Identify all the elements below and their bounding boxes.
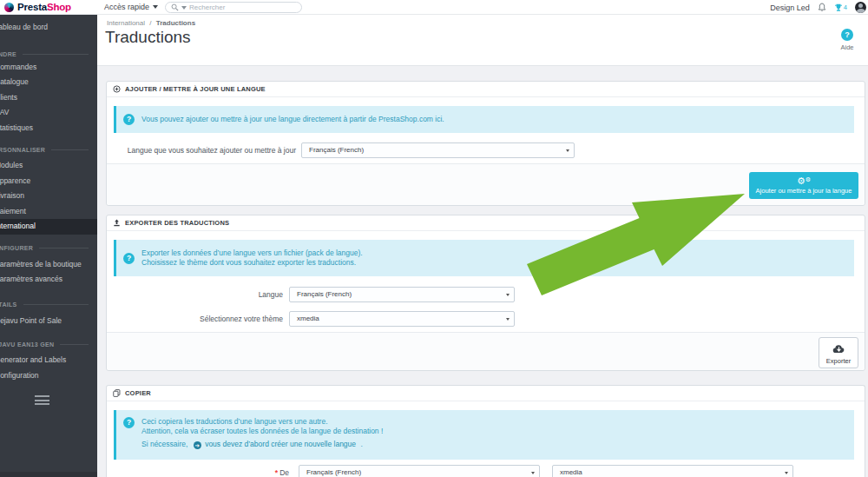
upload-icon	[113, 219, 121, 227]
page-header: International / Traductions Traductions …	[97, 15, 868, 66]
breadcrumb-separator: /	[149, 19, 151, 27]
top-bar: PrestaShop Accès rapide Design Led 4	[0, 0, 868, 15]
section-divider	[39, 248, 89, 248]
panel-export-footer: Exporter	[107, 332, 865, 370]
panel-copy-header: COPIER	[107, 386, 865, 401]
bell-icon	[818, 3, 826, 12]
section-divider	[51, 149, 89, 150]
search-scope-chevron-icon[interactable]	[181, 6, 187, 10]
sidebar-item-paiement[interactable]: Paiement	[0, 204, 97, 220]
sidebar-item-generator-labels[interactable]: Generator and Labels	[0, 353, 97, 368]
prestashop-logo[interactable]: PrestaShop	[4, 2, 71, 12]
gears-icon: ⚙⚙	[749, 174, 858, 187]
copy-info-line3-prefix: Si nécessaire,	[141, 440, 187, 448]
select-caret-icon	[506, 318, 510, 321]
sidebar-item-catalogue[interactable]: Catalogue	[0, 75, 97, 90]
sidebar-item-livraison[interactable]: Livraison	[0, 189, 97, 204]
add-language-label: Langue que vous souhaitez ajouter ou met…	[107, 142, 296, 158]
info-question-icon: ?	[123, 253, 135, 264]
quick-access-label: Accès rapide	[104, 3, 149, 11]
sidebar-item-sav[interactable]: SAV	[0, 105, 97, 121]
panel-export-title: EXPORTER DES TRADUCTIONS	[125, 219, 229, 227]
section-divider	[23, 304, 89, 305]
shop-name-label[interactable]: Design Led	[770, 3, 810, 12]
help-button[interactable]: ? Aide	[834, 29, 860, 51]
panel-add-header: AJOUTER / METTRE À JOUR UNE LANGUE	[107, 82, 865, 97]
section-divider	[60, 344, 89, 345]
sidebar-item-configuration[interactable]: Configuration	[0, 368, 97, 384]
search-icon	[171, 3, 179, 11]
avatar[interactable]	[855, 2, 866, 13]
sidebar-item-commandes[interactable]: Commandes	[0, 60, 97, 76]
copy-info-line3: Si nécessaire, ➔ vous devez d’abord crée…	[141, 440, 383, 449]
select-caret-icon	[506, 294, 510, 296]
section-divider	[23, 54, 89, 55]
info-question-icon: ?	[123, 114, 135, 125]
sidebar-item-international[interactable]: International	[0, 219, 97, 235]
export-button-label: Exporter	[819, 357, 858, 365]
export-theme-select[interactable]: xmedia	[289, 311, 515, 327]
export-info-alert: ? Exporter les données d’une langue vers…	[114, 240, 854, 276]
topbar-right-group: Design Led 4	[770, 0, 866, 15]
breadcrumb-current: Traductions	[156, 19, 195, 27]
search-input[interactable]	[189, 3, 296, 11]
add-update-language-button-label: Ajouter ou mettre à jour la langue	[749, 187, 858, 195]
copy-info-line1: Ceci copiera les traductions d’une langu…	[141, 417, 383, 427]
copy-info-text: Ceci copiera les traductions d’une langu…	[141, 417, 383, 449]
help-label: Aide	[834, 43, 860, 51]
add-language-select[interactable]: Français (French)	[301, 142, 575, 158]
collapse-menu-icon[interactable]	[35, 395, 97, 405]
notifications-button[interactable]	[818, 3, 826, 12]
chevron-down-icon	[153, 5, 158, 9]
achievements-button[interactable]: 4	[834, 3, 847, 12]
sidebar-section-configurer: CONFIGURER	[0, 243, 97, 254]
copy-from-label: *De	[107, 465, 289, 477]
add-language-select-value: Français (French)	[309, 146, 364, 154]
export-button[interactable]: Exporter	[819, 337, 858, 368]
copy-info-suffix: .	[360, 440, 362, 448]
copy-from-theme-select[interactable]: xmedia	[552, 465, 793, 477]
add-info-alert: ? Vous pouvez ajouter ou mettre à jour u…	[114, 106, 854, 133]
export-language-select[interactable]: Français (French)	[289, 287, 515, 302]
copy-info-line2: Attention, cela va écraser toutes les do…	[141, 427, 383, 436]
breadcrumb-parent[interactable]: International	[107, 19, 145, 27]
copy-from-theme-value: xmedia	[560, 468, 582, 476]
achievements-count: 4	[844, 3, 847, 11]
export-theme-select-value: xmedia	[297, 315, 319, 322]
copy-info-alert: ? Ceci copiera les traductions d’une lan…	[114, 410, 854, 460]
panel-add-footer: ⚙⚙ Ajouter ou mettre à jour la langue	[107, 163, 865, 205]
sidebar-section-vendre: VENDRE	[0, 50, 97, 60]
sidebar-item-statistiques[interactable]: Statistiques	[0, 121, 97, 136]
page-title: Traductions	[105, 28, 191, 47]
export-language-label: Langue	[107, 287, 283, 302]
sidebar-item-dejavu-point-of-sale[interactable]: Dejavu Point of Sale	[0, 314, 97, 329]
select-caret-icon	[566, 149, 569, 152]
panel-copy: COPIER ? Ceci copiera les traductions d’…	[106, 385, 865, 477]
panel-export-header: EXPORTER DES TRADUCTIONS	[107, 215, 865, 231]
sidebar-item-apparence[interactable]: Apparence	[0, 174, 97, 189]
add-update-language-button[interactable]: ⚙⚙ Ajouter ou mettre à jour la langue	[749, 172, 858, 199]
search-box[interactable]	[165, 2, 302, 13]
export-theme-label: Sélectionnez votre thème	[107, 311, 283, 327]
panel-copy-title: COPIER	[125, 389, 151, 397]
info-question-icon: ?	[123, 417, 135, 428]
sidebar-section-details: DETAILS	[0, 300, 97, 310]
copy-from-language-select[interactable]: Français (French)	[299, 465, 540, 477]
sidebar-item-modules[interactable]: Modules	[0, 158, 97, 174]
export-language-select-value: Français (French)	[297, 290, 352, 298]
trophy-icon	[834, 3, 843, 12]
export-info-text: Exporter les données d’une langue vers u…	[141, 248, 363, 268]
quick-access-menu[interactable]: Accès rapide	[104, 3, 158, 11]
create-language-link[interactable]: vous devez d’abord créer une nouvelle la…	[205, 440, 356, 448]
panel-add-language: AJOUTER / METTRE À JOUR UNE LANGUE ? Vou…	[106, 81, 865, 206]
copy-icon	[113, 389, 121, 397]
sidebar-footer-strip	[0, 472, 97, 477]
sidebar-item-clients[interactable]: Clients	[0, 90, 97, 106]
prestashop-logo-icon	[4, 3, 14, 12]
sidebar-item-parametres-avances[interactable]: Paramètres avancés	[0, 272, 97, 288]
export-info-line1: Exporter les données d’une langue vers u…	[141, 248, 363, 258]
sidebar-item-parametres-boutique[interactable]: Paramètres de la boutique	[0, 257, 97, 273]
sidebar-item-tableau-de-bord[interactable]: Tableau de bord	[0, 20, 97, 36]
prestashop-admin-screen: PrestaShop Accès rapide Design Led 4 Tab…	[0, 0, 868, 477]
breadcrumb: International / Traductions	[107, 19, 195, 27]
